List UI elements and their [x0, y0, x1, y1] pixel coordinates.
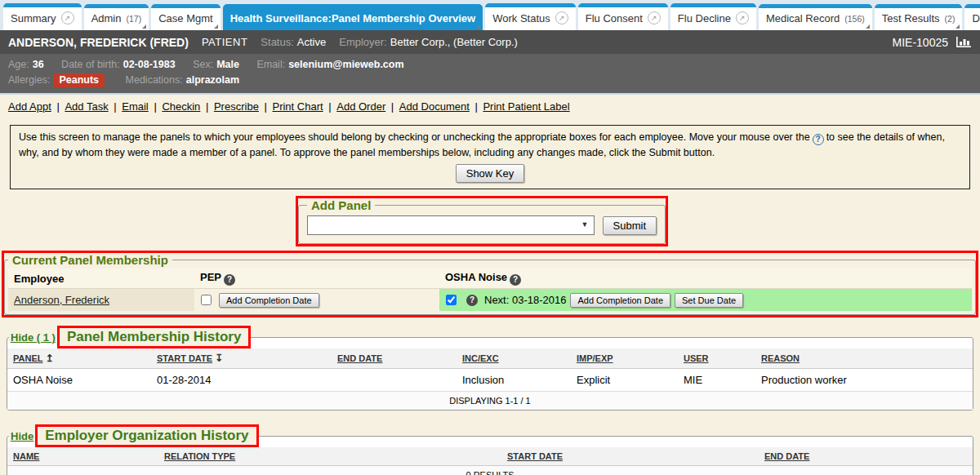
- table-row: OSHA Noise 01-28-2014 Inclusion Explicit…: [7, 369, 973, 392]
- instruction-box: Use this screen to manage the panels to …: [10, 125, 970, 189]
- pep-help-icon[interactable]: [224, 274, 235, 286]
- tab-summary[interactable]: Summary: [3, 3, 82, 30]
- add-order-link[interactable]: Add Order: [336, 100, 385, 113]
- action-links-bar: Add Appt Add Task Email Checkin Prescrib…: [0, 95, 980, 119]
- add-panel-submit-button[interactable]: Submit: [603, 216, 657, 235]
- help-question-icon[interactable]: [813, 134, 824, 145]
- tab-label: Health Surveillance:Panel Membership Ove…: [230, 12, 476, 24]
- osha-add-completion-date-button[interactable]: Add Completion Date: [570, 293, 670, 308]
- tab-documents[interactable]: Documen: [964, 4, 980, 30]
- patient-banner: ANDERSON, FREDERICK (FRED) PATIENT Statu…: [0, 30, 980, 54]
- tab-label: Case Mgmt: [158, 12, 212, 24]
- employer-history-title: Employer Organization History: [35, 424, 258, 447]
- inc-exc-value: Inclusion: [457, 369, 571, 392]
- tab-label: Test Results: [882, 12, 940, 24]
- pep-membership-checkbox[interactable]: [201, 295, 212, 305]
- print-patient-label-link[interactable]: Print Patient Label: [483, 100, 569, 113]
- add-document-link[interactable]: Add Document: [399, 100, 470, 113]
- checkin-link[interactable]: Checkin: [162, 100, 200, 113]
- panel-history-table: PANEL START DATE END DATE INC/EXC IMP/EX…: [7, 348, 973, 410]
- employer-history-table: NAME RELATION TYPE START DATE END DATE 0…: [7, 447, 973, 475]
- tab-test-results[interactable]: Test Results (2): [875, 4, 963, 30]
- start-date-value: 01-28-2014: [151, 369, 332, 392]
- panel-value: OSHA Noise: [7, 369, 151, 392]
- medications-label: Medications:: [126, 74, 183, 86]
- tab-work-status[interactable]: Work Status: [485, 3, 576, 30]
- tab-count: (17): [126, 14, 141, 24]
- osha-membership-help-icon[interactable]: [466, 295, 478, 306]
- demographics-line-2: Allergies:Peanuts Medications:alprazolam: [8, 73, 972, 88]
- employee-link[interactable]: Anderson, Frederick: [14, 294, 109, 306]
- prescribe-link[interactable]: Prescribe: [214, 100, 259, 113]
- tab-flu-consent[interactable]: Flu Consent: [578, 3, 668, 30]
- column-employee: Employee: [8, 269, 194, 288]
- demographics-line-1: Age:36 Date of birth:02-08-1983 Sex:Male…: [8, 57, 972, 73]
- employer-history-hide-link[interactable]: Hide: [9, 430, 35, 442]
- osha-membership-checkbox[interactable]: [446, 295, 457, 305]
- current-membership-legend: Current Panel Membership: [8, 253, 172, 267]
- patient-type: PATIENT: [202, 36, 247, 48]
- displaying-count: DISPLAYING 1-1 / 1: [7, 392, 973, 411]
- column-end-date[interactable]: END DATE: [332, 348, 457, 369]
- popout-icon[interactable]: [648, 11, 661, 24]
- table-header-row: Employee PEP OSHA Noise: [8, 269, 972, 288]
- imp-exp-value: Explicit: [571, 369, 678, 392]
- popout-icon[interactable]: [61, 11, 74, 24]
- osha-help-icon[interactable]: [510, 274, 521, 286]
- end-date-value: [332, 369, 457, 392]
- popout-icon[interactable]: [736, 11, 749, 24]
- tab-label: Work Status: [492, 12, 550, 24]
- tab-label: Flu Consent: [586, 12, 643, 24]
- add-panel-legend: Add Panel: [307, 198, 375, 212]
- column-relation-type[interactable]: RELATION TYPE: [158, 447, 501, 466]
- user-value: MIE: [678, 369, 755, 392]
- column-pep: PEP: [194, 269, 439, 288]
- popout-icon[interactable]: [555, 11, 568, 24]
- email-value: selenium@mieweb.com: [288, 59, 403, 70]
- pep-cell: Add Completion Date: [194, 288, 439, 311]
- column-start-date[interactable]: START DATE: [501, 447, 759, 466]
- pep-add-completion-date-button[interactable]: Add Completion Date: [219, 293, 319, 308]
- panel-history-fieldset: Hide ( 1 ) Panel Membership History PANE…: [7, 326, 973, 411]
- tab-case-mgmt[interactable]: Case Mgmt: [151, 4, 220, 30]
- column-reason[interactable]: REASON: [755, 348, 973, 369]
- email-link[interactable]: Email: [122, 100, 149, 113]
- panel-history-hide-link[interactable]: Hide ( 1 ): [9, 331, 57, 344]
- add-panel-fieldset: Add Panel Submit: [298, 198, 666, 244]
- panel-select-dropdown[interactable]: [307, 215, 595, 235]
- add-appt-link[interactable]: Add Appt: [8, 100, 51, 113]
- show-key-button[interactable]: Show Key: [456, 164, 525, 183]
- tab-count: (2): [945, 14, 956, 24]
- table-footer-row: DISPLAYING 1-1 / 1: [7, 392, 973, 411]
- column-inc-exc[interactable]: INC/EXC: [457, 348, 571, 369]
- column-imp-exp[interactable]: IMP/EXP: [571, 348, 678, 369]
- column-end-date[interactable]: END DATE: [759, 447, 973, 466]
- age-label: Age:: [8, 59, 29, 70]
- status-label: Status:: [261, 36, 293, 48]
- column-start-date[interactable]: START DATE: [151, 348, 332, 369]
- patient-status: Status:Active: [261, 36, 326, 48]
- current-membership-highlight-box: Current Panel Membership Employee PEP OS…: [2, 251, 978, 317]
- growth-chart-icon[interactable]: [956, 36, 972, 48]
- tab-health-surveillance-panel-membership[interactable]: Health Surveillance:Panel Membership Ove…: [223, 4, 483, 30]
- tab-flu-decline[interactable]: Flu Decline: [670, 3, 756, 30]
- sex-label: Sex:: [193, 59, 213, 70]
- status-value: Active: [297, 36, 326, 48]
- table-row: Anderson, Frederick Add Completion Date …: [8, 288, 972, 311]
- employer-history-fieldset: Hide Employer Organization History NAME …: [7, 424, 973, 475]
- add-panel-highlight-box: Add Panel Submit: [296, 196, 668, 246]
- column-name[interactable]: NAME: [7, 447, 158, 466]
- tab-label: Summary: [11, 12, 56, 24]
- email-label: Email:: [256, 59, 285, 70]
- tab-admin[interactable]: Admin (17): [84, 4, 149, 30]
- column-osha-noise: OSHA Noise: [439, 269, 972, 288]
- sort-descending-icon: [215, 353, 223, 364]
- tab-medical-record[interactable]: Medical Record (156): [759, 4, 872, 30]
- column-user[interactable]: USER: [678, 348, 755, 369]
- add-task-link[interactable]: Add Task: [65, 100, 108, 113]
- column-panel[interactable]: PANEL: [7, 348, 151, 369]
- current-membership-fieldset: Current Panel Membership Employee PEP OS…: [4, 253, 976, 315]
- sex-value: Male: [216, 59, 239, 70]
- osha-set-due-date-button[interactable]: Set Due Date: [675, 293, 743, 308]
- print-chart-link[interactable]: Print Chart: [272, 100, 323, 113]
